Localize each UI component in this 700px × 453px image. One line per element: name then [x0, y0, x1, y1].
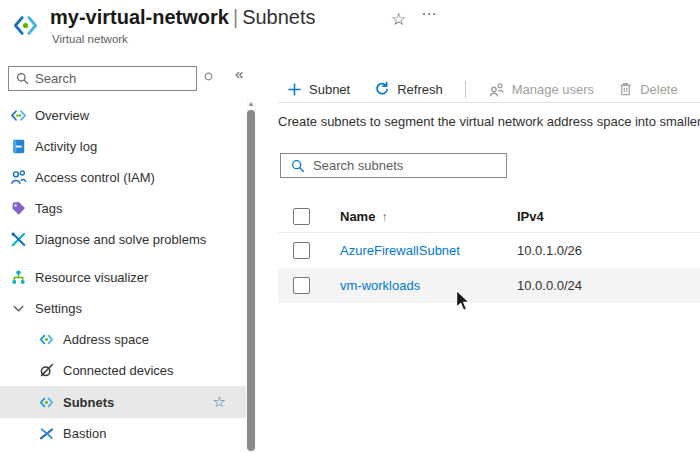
sidebar-item-label: Diagnose and solve problems	[35, 232, 206, 247]
toolbar-border	[278, 102, 700, 103]
sidebar-item-bastion[interactable]: Bastion	[0, 418, 256, 449]
collapse-sidebar-icon[interactable]: «	[235, 65, 243, 82]
manage-users-button[interactable]: Manage users	[476, 81, 606, 98]
search-icon	[16, 72, 29, 85]
sidebar-item-label: Settings	[35, 301, 82, 316]
search-subnets-input[interactable]	[313, 158, 506, 173]
sidebar-item-resource-visualizer[interactable]: Resource visualizer	[0, 262, 256, 293]
page-title: my-virtual-network|Subnets	[50, 6, 316, 29]
manage-users-label: Manage users	[512, 82, 594, 97]
trash-icon	[618, 81, 633, 97]
tag-icon	[10, 200, 27, 217]
subnet-link[interactable]: AzureFirewallSubnet	[340, 243, 460, 258]
address-space-icon	[38, 331, 55, 348]
sidebar-item-label: Activity log	[35, 139, 97, 154]
sidebar-item-label: Subnets	[63, 395, 114, 410]
sidebar-item-label: Overview	[35, 108, 89, 123]
row-checkbox[interactable]	[293, 242, 310, 259]
blade-name: Subnets	[242, 6, 315, 28]
sidebar-scrollbar[interactable]: ▲	[246, 98, 256, 453]
connected-devices-icon	[38, 362, 55, 379]
subnet-ipv4: 10.0.1.0/26	[517, 243, 700, 258]
sidebar-item-tags[interactable]: Tags	[0, 193, 256, 224]
sidebar-item-activity-log[interactable]: Activity log	[0, 131, 256, 162]
sidebar-item-label: Connected devices	[63, 363, 174, 378]
manage-users-icon	[488, 81, 505, 98]
row-checkbox[interactable]	[293, 277, 310, 294]
search-icon	[291, 159, 305, 173]
sidebar-item-address-space[interactable]: Address space	[0, 324, 256, 355]
column-header-name[interactable]: Name↑	[340, 209, 517, 224]
sidebar-item-access-control[interactable]: Access control (IAM)	[0, 162, 256, 193]
diagnose-tools-icon	[10, 231, 27, 248]
circle-icon[interactable]	[204, 71, 213, 82]
sidebar-item-connected-devices[interactable]: Connected devices	[0, 355, 256, 386]
sidebar-search-box[interactable]	[8, 66, 197, 91]
sidebar-item-subnets[interactable]: Subnets ☆	[0, 386, 246, 418]
more-options-icon[interactable]: …	[421, 1, 438, 19]
resource-type-subtitle: Virtual network	[52, 33, 128, 45]
subnet-link[interactable]: vm-workloads	[340, 278, 420, 293]
sidebar-menu: Overview Activity log Access control (IA…	[0, 100, 256, 449]
add-subnet-label: Subnet	[309, 82, 350, 97]
resource-name: my-virtual-network	[50, 6, 229, 28]
title-separator: |	[229, 6, 242, 28]
sidebar-scrollbar-thumb[interactable]	[247, 110, 255, 451]
subnets-table: Name↑ IPv4 AzureFirewallSubnet 10.0.1.0/…	[278, 200, 700, 303]
add-subnet-button[interactable]: Subnet	[278, 82, 362, 97]
access-control-icon	[10, 169, 27, 186]
subnets-icon	[38, 394, 55, 411]
overview-icon	[10, 107, 27, 124]
refresh-button[interactable]: Refresh	[362, 81, 455, 97]
sidebar-item-label: Bastion	[63, 426, 106, 441]
virtual-network-icon	[12, 12, 39, 39]
command-bar: Subnet Refresh Manage users Delete	[278, 76, 690, 102]
refresh-icon	[374, 81, 390, 97]
refresh-label: Refresh	[397, 82, 443, 97]
sidebar-item-overview[interactable]: Overview	[0, 100, 256, 131]
sidebar-item-label: Address space	[63, 332, 149, 347]
sidebar-search-input[interactable]	[35, 71, 196, 86]
sidebar-item-label: Tags	[35, 201, 62, 216]
blade-description: Create subnets to segment the virtual ne…	[278, 114, 700, 129]
sidebar-item-label: Access control (IAM)	[35, 170, 155, 185]
select-all-checkbox[interactable]	[293, 208, 310, 225]
resource-visualizer-icon	[10, 269, 27, 286]
search-subnets-box[interactable]	[280, 153, 507, 178]
table-row[interactable]: vm-workloads 10.0.0.0/24	[278, 268, 700, 303]
scrollbar-up-arrow-icon[interactable]: ▲	[246, 100, 256, 107]
table-header-row: Name↑ IPv4	[278, 200, 700, 233]
sidebar-item-label: Resource visualizer	[35, 270, 148, 285]
table-row[interactable]: AzureFirewallSubnet 10.0.1.0/26	[278, 233, 700, 268]
bastion-icon	[38, 425, 55, 442]
chevron-down-icon	[10, 300, 27, 317]
toolbar-divider	[465, 81, 466, 98]
delete-button[interactable]: Delete	[606, 81, 690, 97]
column-header-ipv4[interactable]: IPv4	[517, 209, 700, 224]
activity-log-icon	[10, 138, 27, 155]
sidebar-group-settings[interactable]: Settings	[0, 293, 256, 324]
favorite-star-icon[interactable]: ☆	[213, 393, 226, 411]
delete-label: Delete	[640, 82, 678, 97]
favorite-star-icon[interactable]: ☆	[391, 9, 406, 30]
plus-icon	[287, 82, 302, 97]
sidebar-item-diagnose[interactable]: Diagnose and solve problems	[0, 224, 256, 255]
sort-ascending-icon: ↑	[381, 210, 387, 224]
subnet-ipv4: 10.0.0.0/24	[517, 278, 700, 293]
